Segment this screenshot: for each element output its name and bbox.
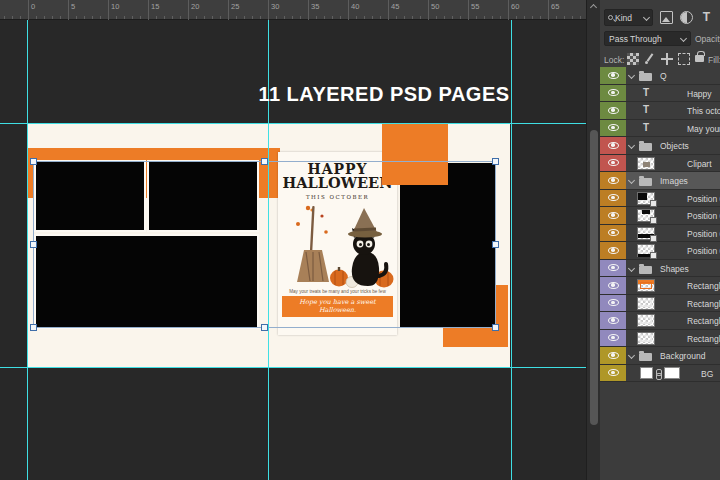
card-title-line1: HAPPY — [278, 162, 397, 176]
horizontal-ruler[interactable]: 0 5 10 15 20 25 30 35 40 45 50 55 60 65 — [0, 0, 586, 20]
lock-artboard-icon[interactable] — [678, 53, 690, 65]
transform-handle-top-right[interactable] — [492, 158, 499, 165]
image-placeholder-4[interactable] — [400, 163, 495, 328]
layer-row[interactable]: T Happy — [600, 85, 720, 103]
eye-icon — [608, 89, 619, 96]
layer-row[interactable]: T Shapes — [600, 260, 720, 278]
overlay-title: 11 LAYERED PSD PAGES — [256, 83, 512, 106]
layer-visibility-toggle[interactable] — [600, 242, 626, 259]
lock-transparency-icon[interactable] — [627, 53, 639, 65]
layer-visibility-toggle[interactable] — [600, 155, 626, 172]
layer-row[interactable]: T Background — [600, 347, 720, 365]
image-placeholder-1[interactable] — [34, 160, 146, 232]
ruler-major-tick — [28, 0, 29, 20]
layer-visibility-toggle[interactable] — [600, 102, 626, 119]
chevron-down-icon[interactable] — [628, 177, 635, 184]
layer-visibility-toggle[interactable] — [600, 330, 626, 347]
layer-visibility-toggle[interactable] — [600, 67, 626, 84]
layer-visibility-toggle[interactable] — [600, 120, 626, 137]
layer-visibility-toggle[interactable] — [600, 190, 626, 207]
layer-visibility-toggle[interactable] — [600, 137, 626, 154]
layer-thumbnail[interactable] — [637, 244, 655, 257]
chevron-down-icon — [643, 14, 650, 21]
orange-rect-top-right[interactable] — [382, 124, 448, 185]
image-placeholder-3[interactable] — [34, 234, 259, 329]
guide-horizontal[interactable] — [0, 367, 586, 368]
layer-thumbnail[interactable] — [637, 227, 655, 240]
layer-row[interactable]: T Position 02 — [600, 207, 720, 225]
vertical-scrollbar[interactable] — [586, 0, 600, 480]
transform-handle-top-mid[interactable] — [261, 158, 268, 165]
chevron-down-icon[interactable] — [628, 264, 635, 271]
scroll-up-arrow-icon[interactable] — [590, 4, 597, 11]
card-title-line2: HALLOWEEN — [278, 176, 397, 190]
fill-label: Fill: — [708, 55, 720, 65]
layer-row[interactable]: T May your treats be — [600, 120, 720, 138]
layer-visibility-toggle[interactable] — [600, 85, 626, 102]
layer-visibility-toggle[interactable] — [600, 347, 626, 364]
transform-handle-bottom-left[interactable] — [30, 324, 37, 331]
chevron-down-icon[interactable] — [628, 142, 635, 149]
scrollbar-thumb[interactable] — [590, 130, 598, 425]
lock-all-icon[interactable] — [695, 55, 704, 62]
layer-visibility-toggle[interactable] — [600, 365, 626, 382]
layer-row[interactable]: T Rectangle — [600, 277, 720, 295]
layer-row[interactable]: T Objects — [600, 137, 720, 155]
layer-row[interactable]: T BG — [600, 365, 720, 383]
guide-vertical[interactable] — [27, 20, 28, 480]
ruler-major-tick — [148, 0, 149, 20]
layer-row[interactable]: T Rectangle — [600, 312, 720, 330]
layer-row[interactable]: T Clipart — [600, 155, 720, 173]
guide-horizontal[interactable] — [0, 123, 586, 124]
layer-row[interactable]: T Images — [600, 172, 720, 190]
halloween-card-preview[interactable]: HAPPY HALLOWEEN THIS OCTOBER — [278, 152, 397, 335]
layer-thumbnail[interactable] — [637, 279, 655, 292]
eye-icon — [608, 142, 619, 149]
layer-row[interactable]: T Q — [600, 67, 720, 85]
layer-row[interactable]: T Position 04 — [600, 242, 720, 260]
layer-visibility-toggle[interactable] — [600, 277, 626, 294]
layer-name: BG — [701, 369, 713, 379]
smart-object-badge-icon — [650, 200, 657, 207]
transform-handle-mid-left[interactable] — [30, 241, 37, 248]
transform-handle-bottom-right[interactable] — [492, 324, 499, 331]
layer-thumbnail[interactable] — [637, 297, 655, 310]
filter-type-layers-icon[interactable]: T — [700, 11, 713, 24]
layer-row[interactable]: T Position 03 — [600, 225, 720, 243]
layer-filter-field[interactable]: Kind — [604, 9, 653, 26]
layer-visibility-toggle[interactable] — [600, 172, 626, 189]
layer-thumbnail[interactable] — [637, 157, 655, 170]
folder-icon — [639, 266, 652, 274]
transform-handle-mid-right[interactable] — [492, 241, 499, 248]
layer-thumbnail[interactable] — [637, 192, 655, 205]
layer-row[interactable]: T Rectangle — [600, 295, 720, 313]
bg-layer-thumbnail[interactable] — [640, 367, 653, 379]
transform-handle-top-left[interactable] — [30, 158, 37, 165]
halloween-illustration — [282, 202, 394, 288]
layer-visibility-toggle[interactable] — [600, 207, 626, 224]
document-canvas[interactable]: HAPPY HALLOWEEN THIS OCTOBER — [28, 124, 510, 368]
layer-row[interactable]: T Rectangle — [600, 330, 720, 348]
layer-visibility-toggle[interactable] — [600, 260, 626, 277]
transform-handle-bottom-mid[interactable] — [261, 324, 268, 331]
chevron-down-icon[interactable] — [628, 352, 635, 359]
layer-thumbnail[interactable] — [637, 332, 655, 345]
image-placeholder-2[interactable] — [147, 160, 259, 232]
layer-visibility-toggle[interactable] — [600, 312, 626, 329]
chevron-down-icon[interactable] — [628, 72, 635, 79]
layer-visibility-toggle[interactable] — [600, 295, 626, 312]
filter-adjustment-layers-icon[interactable] — [680, 11, 693, 24]
layer-row[interactable]: T Position 01 — [600, 190, 720, 208]
layer-thumbnail[interactable] — [637, 314, 655, 327]
blend-mode-dropdown[interactable]: Pass Through — [604, 31, 691, 46]
eye-icon — [608, 194, 619, 201]
layer-row[interactable]: T This october — [600, 102, 720, 120]
filter-pixel-layers-icon[interactable] — [660, 11, 673, 24]
layer-visibility-toggle[interactable] — [600, 225, 626, 242]
lock-position-icon[interactable] — [661, 53, 673, 65]
folder-icon — [639, 178, 652, 186]
layer-thumbnail[interactable] — [637, 209, 655, 222]
layer-mask-thumbnail[interactable] — [664, 367, 680, 379]
lock-pixels-icon[interactable] — [644, 53, 656, 65]
ruler-major-tick — [348, 0, 349, 20]
